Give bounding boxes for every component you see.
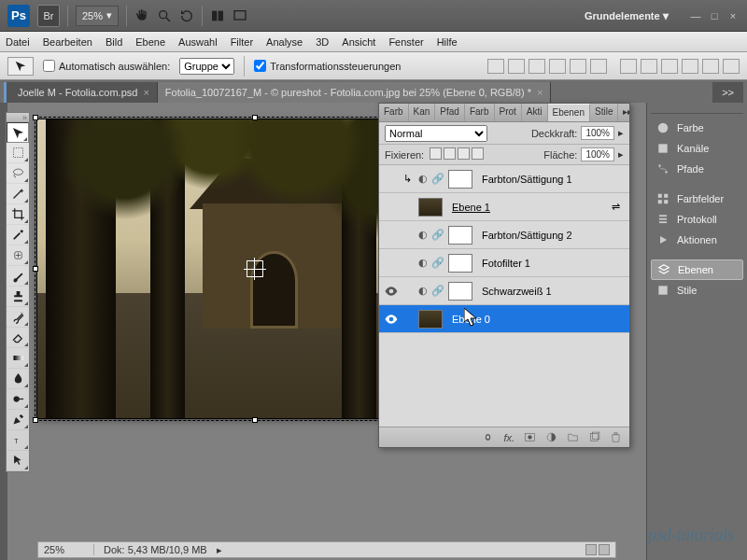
layer-row-selected[interactable]: Ebene 0 — [379, 305, 629, 333]
opacity-value[interactable]: 100% — [581, 126, 614, 140]
layer-row[interactable]: ◐ 🔗 Farbton/Sättigung 2 — [379, 221, 629, 249]
menu-filter[interactable]: Filter — [231, 36, 253, 48]
new-layer-icon[interactable] — [588, 431, 600, 443]
layer-row[interactable]: ◐ 🔗 Schwarzweiß 1 — [379, 277, 629, 305]
panel-tab[interactable]: Farb — [465, 104, 495, 121]
panel-farbe[interactable]: Farbe — [651, 118, 743, 138]
menu-3d[interactable]: 3D — [316, 36, 329, 48]
layer-thumb[interactable] — [418, 198, 443, 217]
panel-tab[interactable]: Kan — [409, 104, 436, 121]
workspace-switcher[interactable]: Grundelemente ▾ — [585, 9, 669, 22]
path-select-tool[interactable] — [7, 451, 29, 471]
menu-help[interactable]: Hilfe — [437, 36, 458, 48]
menu-select[interactable]: Auswahl — [178, 36, 218, 48]
panel-protokoll[interactable]: Protokoll — [651, 209, 743, 230]
menu-file[interactable]: Datei — [6, 36, 30, 48]
screen-mode-icons[interactable] — [210, 8, 247, 23]
panel-aktionen[interactable]: Aktionen — [651, 230, 743, 250]
align-icon[interactable] — [487, 59, 504, 74]
marquee-tool[interactable] — [7, 143, 29, 163]
adjustment-icon[interactable] — [545, 431, 557, 443]
layer-mask-thumb[interactable] — [448, 254, 472, 273]
rotate-view-icon[interactable] — [179, 8, 194, 23]
zoom-icon[interactable] — [157, 8, 172, 23]
layer-mask-thumb[interactable] — [448, 282, 472, 301]
toolbox-grip[interactable]: » — [7, 113, 29, 122]
distribute-icon[interactable] — [641, 59, 657, 74]
panel-tab[interactable]: Akti — [522, 104, 548, 121]
arrange-icon[interactable] — [210, 8, 225, 23]
auto-select-checkbox[interactable]: Automatisch auswählen: — [43, 60, 170, 72]
panel-tab[interactable]: Stile — [590, 104, 618, 121]
align-icon[interactable] — [549, 59, 566, 74]
chevron-icon[interactable]: ▸ — [618, 148, 624, 161]
layer-name[interactable]: Farbton/Sättigung 1 — [476, 174, 572, 185]
layer-name[interactable]: Ebene 0 — [446, 314, 490, 325]
distribute-icon[interactable] — [661, 59, 678, 74]
menu-image[interactable]: Bild — [106, 36, 122, 48]
smart-filter-icon[interactable]: ⇌ — [612, 201, 620, 213]
menu-edit[interactable]: Bearbeiten — [43, 36, 92, 48]
transform-center-icon[interactable] — [247, 260, 263, 277]
lock-position-icon[interactable] — [458, 147, 470, 160]
chevron-icon[interactable]: ▸ — [618, 127, 624, 139]
tabs-overflow[interactable]: >> — [712, 82, 743, 103]
panel-farbfelder[interactable]: Farbfelder — [651, 189, 743, 209]
blend-mode-select[interactable]: Normal — [385, 125, 487, 142]
layer-thumb[interactable] — [418, 310, 443, 329]
layer-row[interactable]: ↳ ◐ 🔗 Farbton/Sättigung 1 — [379, 165, 629, 193]
panel-collapse-icon[interactable]: ▸▸ — [618, 104, 629, 121]
lasso-tool[interactable] — [7, 163, 29, 184]
visibility-toggle[interactable] — [383, 199, 400, 216]
distribute-icon[interactable] — [620, 59, 637, 74]
move-tool[interactable] — [7, 122, 29, 143]
panel-tab-layers[interactable]: Ebenen — [548, 104, 590, 121]
blur-tool[interactable] — [7, 369, 29, 389]
visibility-toggle[interactable] — [383, 171, 400, 188]
lock-transparent-icon[interactable] — [430, 147, 442, 160]
layer-row[interactable]: Ebene 1 ⇌ — [379, 193, 629, 221]
screen-mode-icon[interactable] — [233, 8, 247, 23]
minimize-button[interactable]: — — [689, 10, 702, 21]
lock-all-icon[interactable] — [472, 147, 484, 160]
zoom-dropdown[interactable]: 25% ▾ — [76, 6, 119, 26]
align-icon[interactable] — [508, 59, 525, 74]
panel-tab[interactable]: Pfad — [435, 104, 465, 121]
hand-icon[interactable] — [134, 8, 149, 23]
heal-tool[interactable] — [7, 245, 29, 266]
panel-pfade[interactable]: Pfade — [651, 159, 743, 179]
maximize-button[interactable]: □ — [708, 10, 721, 21]
stamp-tool[interactable] — [7, 287, 29, 307]
brush-tool[interactable] — [7, 266, 29, 287]
wand-tool[interactable] — [7, 184, 29, 204]
bridge-icon[interactable]: Br — [37, 5, 60, 27]
status-menu-icon[interactable]: ▸ — [217, 544, 222, 556]
eyedropper-tool[interactable] — [7, 225, 29, 245]
panel-kanaele[interactable]: Kanäle — [651, 138, 743, 159]
layer-row[interactable]: ◐ 🔗 Fotofilter 1 — [379, 249, 629, 277]
panel-stile[interactable]: Stile — [651, 280, 743, 301]
history-brush-tool[interactable] — [7, 307, 29, 328]
doc-tab-2[interactable]: Fotolia_10072167_M - © pureshot - Fotoli… — [158, 82, 552, 103]
type-tool[interactable]: T — [7, 430, 29, 451]
h-scrollbar[interactable] — [585, 544, 610, 555]
align-icon[interactable] — [529, 59, 545, 74]
close-icon[interactable]: × — [537, 87, 543, 98]
group-icon[interactable] — [567, 431, 579, 443]
layer-name[interactable]: Farbton/Sättigung 2 — [476, 230, 572, 241]
doc-tab-1[interactable]: Joelle M - Fotolia.com.psd× — [4, 82, 158, 103]
distribute-icon[interactable] — [702, 59, 719, 74]
layer-mask-thumb[interactable] — [448, 226, 472, 245]
mask-icon[interactable] — [524, 431, 536, 443]
panel-ebenen[interactable]: Ebenen — [651, 259, 743, 280]
panel-tab[interactable]: Prot — [495, 104, 522, 121]
dodge-tool[interactable] — [7, 389, 29, 410]
auto-select-target[interactable]: Gruppe — [179, 58, 234, 75]
active-tool-indicator[interactable] — [7, 57, 34, 76]
gradient-tool[interactable] — [7, 348, 29, 369]
dock-grip[interactable] — [651, 108, 743, 114]
pen-tool[interactable] — [7, 410, 29, 430]
lock-pixels-icon[interactable] — [444, 147, 456, 160]
distribute-icon[interactable] — [723, 59, 740, 74]
fill-value[interactable]: 100% — [581, 147, 614, 161]
